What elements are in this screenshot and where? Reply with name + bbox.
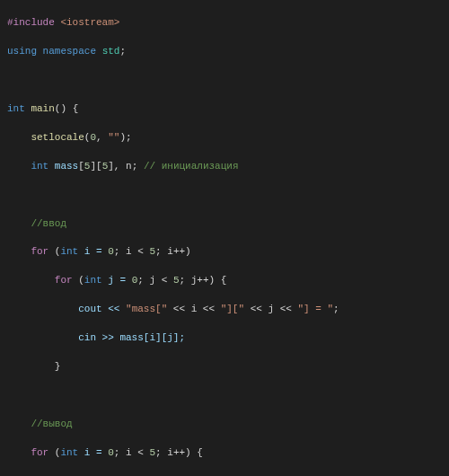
code-line[interactable]: using namespace std; [7, 45, 449, 59]
code-line[interactable]: for (int i = 0; i < 5; i++) { [7, 446, 449, 461]
comment-input: //ввод [7, 218, 66, 229]
code-line[interactable]: //вывод [7, 418, 449, 432]
code-line[interactable]: int main() { [7, 102, 449, 117]
header-path: <iostream> [55, 17, 120, 28]
code-editor[interactable]: #include <iostream> using namespace std;… [0, 0, 449, 476]
code-line[interactable] [7, 189, 449, 203]
code-line[interactable]: //ввод [7, 217, 449, 232]
preproc-directive: #include [7, 17, 55, 28]
code-line[interactable]: cout << "mass[" << i << "][" << j << "] … [7, 303, 449, 317]
code-line[interactable]: int mass[5][5], n; // инициализация [7, 160, 449, 174]
code-line[interactable]: for (int i = 0; i < 5; i++) [7, 245, 449, 260]
code-line[interactable] [7, 74, 449, 88]
code-line[interactable]: setlocale(0, ""); [7, 131, 449, 145]
code-line[interactable] [7, 389, 449, 403]
comment-output: //вывод [7, 419, 73, 429]
code-line[interactable]: #include <iostream> [7, 16, 449, 31]
code-line[interactable]: for (int j = 0; j < 5; j++) { [7, 274, 449, 288]
code-line[interactable]: } [7, 360, 449, 375]
code-line[interactable]: cin >> mass[i][j]; [7, 331, 449, 346]
